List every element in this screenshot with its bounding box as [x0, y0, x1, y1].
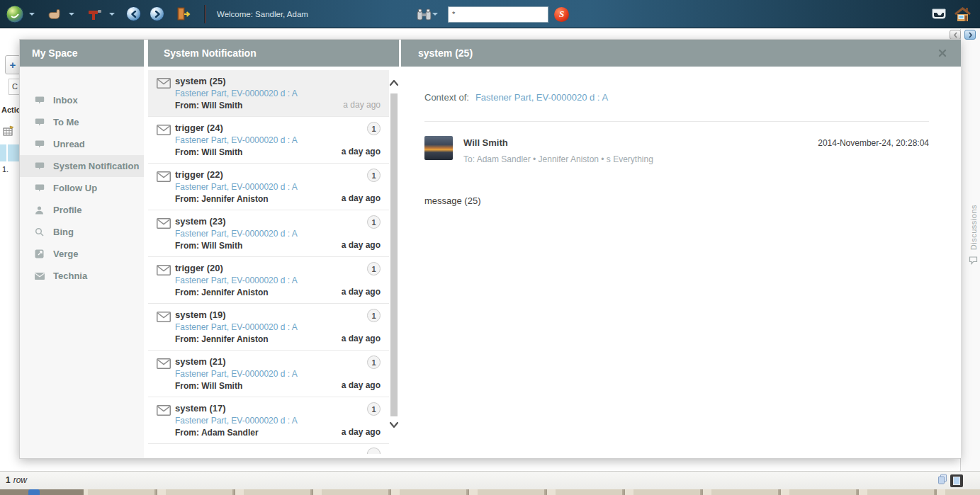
notification-list-item[interactable]: system (23) Fastener Part, EV-0000020 d …: [148, 210, 389, 257]
envelope-icon: [157, 405, 171, 419]
notification-context-link[interactable]: Fastener Part, EV-0000020 d : A: [175, 369, 344, 379]
notification-context-link[interactable]: Fastener Part, EV-0000020 d : A: [175, 89, 344, 98]
notification-context-link[interactable]: Fastener Part, EV-0000020 d : A: [175, 416, 344, 426]
notification-time: a day ago: [342, 380, 381, 390]
notification-list-item[interactable]: trigger (24) Fastener Part, EV-0000020 d…: [148, 117, 389, 164]
scroll-up-icon[interactable]: [389, 76, 399, 89]
search-input[interactable]: [448, 6, 548, 23]
envelope-icon: [157, 125, 171, 138]
notification-context-link[interactable]: Fastener Part, EV-0000020 d : A: [175, 182, 344, 192]
notification-list-item[interactable]: system (19) Fastener Part, EV-0000020 d …: [148, 304, 389, 351]
list-scrollbar: [389, 67, 399, 458]
home-icon[interactable]: [954, 7, 971, 22]
notification-from: From: Jennifer Aniston: [175, 194, 344, 204]
notification-list-item[interactable]: trigger (22) Fastener Part, EV-0000020 d…: [148, 164, 389, 210]
chevron-down-icon[interactable]: [69, 13, 74, 16]
sidebar-item-follow-up[interactable]: Follow Up: [20, 177, 144, 199]
hand-icon[interactable]: [47, 8, 64, 20]
envelope-icon: [157, 265, 171, 278]
notification-list: system (25) Fastener Part, EV-0000020 d …: [148, 67, 389, 458]
message-header: Will Smith To: Adam Sandler • Jennifer A…: [424, 136, 929, 164]
notification-list-item[interactable]: system (25) Fastener Part, EV-0000020 d …: [148, 70, 389, 117]
sidebar-item-system-notification[interactable]: System Notification: [20, 155, 144, 177]
sidebar-title: My Space: [20, 40, 144, 67]
unread-badge-partial: [367, 448, 381, 454]
notification-title: system (23): [175, 216, 344, 227]
notification-list-item-partial[interactable]: [148, 444, 389, 454]
compass-logo[interactable]: [6, 5, 24, 23]
row-count: 1row: [6, 475, 27, 485]
detail-title: system (25): [418, 47, 473, 59]
detail-header: system (25): [401, 40, 961, 67]
close-icon[interactable]: [938, 48, 947, 59]
notification-context-link[interactable]: Fastener Part, EV-0000020 d : A: [175, 135, 344, 145]
page-prev-button[interactable]: [950, 30, 961, 40]
sidebar-item-to-me[interactable]: To Me: [20, 111, 144, 133]
notification-time: a day ago: [343, 100, 381, 110]
notification-title: trigger (22): [175, 169, 344, 180]
notification-list-item[interactable]: system (21) Fastener Part, EV-0000020 d …: [148, 351, 389, 397]
sidebar-item-verge[interactable]: Verge: [20, 243, 144, 265]
logout-door-icon[interactable]: [176, 7, 191, 21]
os-taskbar-sliver[interactable]: [0, 489, 980, 495]
search-icon: [34, 227, 45, 237]
context-row: Context of: Fastener Part, EV-0000020 d …: [424, 92, 929, 103]
envelope-icon: [157, 358, 171, 372]
page-next-button[interactable]: [964, 30, 976, 40]
notification-title: system (17): [175, 403, 344, 414]
filter-field-partial[interactable]: C: [9, 79, 19, 95]
background-page-right: Discussions: [960, 29, 980, 471]
sidebar-item-technia[interactable]: Technia: [20, 265, 144, 287]
tools-icon[interactable]: [87, 8, 104, 21]
forward-icon[interactable]: [150, 6, 164, 21]
unread-badge: 1: [367, 169, 381, 182]
tray-icon[interactable]: [931, 8, 947, 20]
notification-time: a day ago: [342, 147, 381, 157]
row-count-unit: row: [13, 475, 27, 485]
notification-list-item[interactable]: system (17) Fastener Part, EV-0000020 d …: [148, 397, 389, 444]
selected-table-row[interactable]: [0, 144, 19, 161]
notification-from: From: Will Smith: [175, 381, 344, 391]
notification-context-link[interactable]: Fastener Part, EV-0000020 d : A: [175, 229, 344, 239]
list-title: System Notification: [148, 40, 399, 67]
top-toolbar: Welcome: Sandler, Adam S: [0, 0, 980, 28]
sidebar-item-unread[interactable]: Unread: [20, 133, 144, 155]
sender-block: Will Smith To: Adam Sandler • Jennifer A…: [463, 136, 653, 164]
chevron-down-icon[interactable]: [432, 13, 438, 16]
notification-time: a day ago: [342, 287, 381, 297]
chevron-down-icon[interactable]: [109, 13, 115, 16]
pages-view-icon[interactable]: [937, 474, 947, 488]
back-icon[interactable]: [126, 6, 141, 21]
notification-context-link[interactable]: Fastener Part, EV-0000020 d : A: [175, 322, 344, 332]
notification-time: a day ago: [342, 240, 381, 250]
row-count-number: 1: [6, 475, 11, 485]
scroll-down-icon[interactable]: [389, 419, 399, 431]
table-action-icon[interactable]: [3, 125, 15, 140]
unread-badge: 1: [367, 355, 381, 369]
avatar: [424, 136, 453, 160]
envelope-icon: [157, 218, 171, 232]
inbox-icon: [34, 161, 45, 171]
sidebar-item-profile[interactable]: Profile: [20, 199, 144, 221]
message-detail-panel: system (25) Context of: Fastener Part, E…: [401, 40, 961, 458]
envelope-icon: [157, 171, 171, 185]
discussions-side-tab[interactable]: Discussions: [969, 205, 978, 268]
sender-name: Will Smith: [463, 137, 653, 148]
binoculars-icon[interactable]: [417, 8, 432, 21]
notification-title: system (19): [175, 309, 344, 320]
notification-title: trigger (20): [175, 263, 344, 273]
notification-from: From: Jennifer Aniston: [175, 334, 344, 344]
notification-title: system (21): [175, 356, 344, 367]
search-go-button[interactable]: S: [554, 7, 569, 22]
notification-list-item[interactable]: trigger (20) Fastener Part, EV-0000020 d…: [148, 257, 389, 304]
notification-context-link[interactable]: Fastener Part, EV-0000020 d : A: [175, 275, 344, 285]
chevron-down-icon[interactable]: [29, 13, 35, 16]
single-view-icon[interactable]: [950, 474, 963, 487]
notification-list-panel: System Notification system (25) Fastener…: [148, 40, 399, 458]
sidebar-item-bing[interactable]: Bing: [20, 221, 144, 243]
sidebar-item-inbox[interactable]: Inbox: [20, 89, 144, 111]
add-button[interactable]: +: [5, 55, 19, 74]
context-link[interactable]: Fastener Part, EV-0000020 d : A: [475, 92, 608, 103]
scrollbar-thumb[interactable]: [390, 93, 398, 416]
notification-title: trigger (24): [175, 123, 344, 133]
